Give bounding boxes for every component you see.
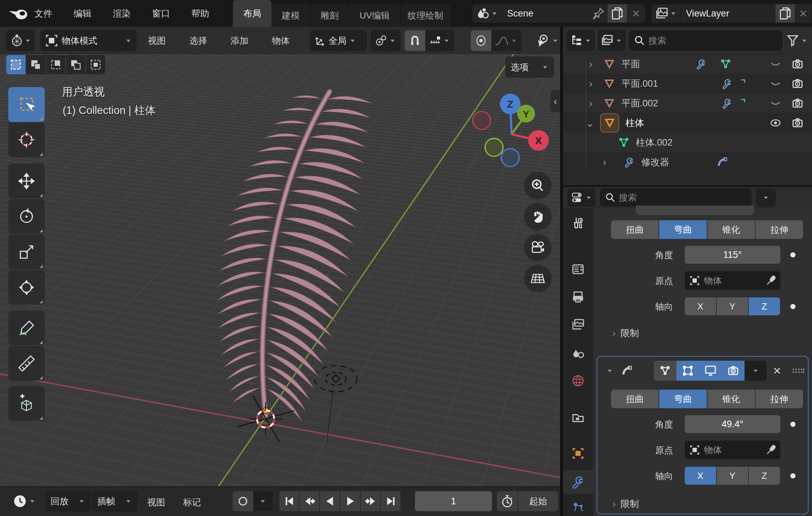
tool-move[interactable] xyxy=(8,164,45,198)
deform-tab-2[interactable]: 锥化 xyxy=(707,220,755,239)
keyframe-dot[interactable] xyxy=(790,422,795,427)
mode-selector[interactable]: 物体模式 ▼ xyxy=(41,30,136,51)
blender-logo-icon[interactable] xyxy=(8,6,30,21)
camera-view-button[interactable] xyxy=(524,234,552,261)
render-visibility-toggle[interactable] xyxy=(791,97,804,109)
outliner-row[interactable]: ›平面 xyxy=(563,54,812,74)
scene-name[interactable]: Scene xyxy=(502,8,593,19)
tab-physics[interactable] xyxy=(563,495,593,516)
pan-button[interactable] xyxy=(524,203,552,230)
outliner-row[interactable]: ›平面.002 xyxy=(563,93,812,113)
limits-expander[interactable]: ›限制 xyxy=(612,498,639,510)
new-viewlayer-button[interactable] xyxy=(776,4,795,23)
axis-y-button[interactable]: Y xyxy=(717,297,748,315)
proportional-edit-toggle[interactable] xyxy=(471,30,491,51)
tool-transform[interactable] xyxy=(8,270,45,305)
deform-tab-1[interactable]: 弯曲 xyxy=(659,390,707,408)
properties-options-button[interactable]: ▼ xyxy=(756,189,776,207)
select-mode-extend[interactable] xyxy=(26,55,45,74)
tool-select-box[interactable] xyxy=(8,87,45,122)
outliner-search[interactable]: 搜索 xyxy=(629,31,782,51)
keying-set-selector[interactable]: ▼ xyxy=(253,491,273,511)
origin-field[interactable]: 物体 xyxy=(685,271,780,290)
tool-cursor[interactable] xyxy=(8,123,45,157)
drag-handle-icon[interactable] xyxy=(792,368,804,375)
menu-object[interactable]: 物体 xyxy=(272,35,290,47)
menu-help[interactable]: 帮助 xyxy=(191,8,209,20)
tab-workspace-sculpt[interactable]: 雕刻 xyxy=(310,4,349,27)
menu-window[interactable]: 窗口 xyxy=(152,8,170,20)
timeline-editor-type-button[interactable]: ▼ xyxy=(10,491,39,511)
show-gizmo-icon[interactable] xyxy=(534,33,551,48)
next-keyframe-button[interactable] xyxy=(361,491,380,511)
playback-menu[interactable]: 回放▼ xyxy=(45,491,90,511)
transform-orientation[interactable]: 全局 ▼ xyxy=(310,30,367,51)
select-mode-subtract[interactable] xyxy=(46,55,65,74)
tab-collection[interactable] xyxy=(563,405,593,429)
deform-tab-0[interactable]: 扭曲 xyxy=(611,390,659,408)
tab-output[interactable] xyxy=(563,285,593,309)
delete-scene-button[interactable]: ✕ xyxy=(627,8,645,20)
eyedropper-icon[interactable] xyxy=(766,445,776,455)
viewlayer-type-button[interactable]: ▼ xyxy=(651,4,681,23)
menu-add[interactable]: 添加 xyxy=(231,35,248,47)
select-mode-intersect[interactable] xyxy=(86,55,105,74)
axis-z-button[interactable]: Z xyxy=(749,297,780,315)
snap-with-selector[interactable]: ▼ xyxy=(425,30,454,51)
editor-type-button[interactable]: ▼ xyxy=(6,30,34,51)
timeline-view-menu[interactable]: 视图 xyxy=(147,496,165,508)
axis-x-button[interactable]: X xyxy=(685,297,716,315)
hide-toggle[interactable] xyxy=(769,77,782,90)
outliner-filter-display-button[interactable]: ▼ xyxy=(598,30,626,51)
angle-field[interactable]: 49.4° xyxy=(685,415,780,433)
keyframe-dot[interactable] xyxy=(790,252,795,257)
angle-field[interactable]: 115° xyxy=(685,246,780,264)
prev-keyframe-button[interactable] xyxy=(300,491,319,511)
pin-icon[interactable] xyxy=(593,7,605,20)
tool-add-cube[interactable] xyxy=(8,386,45,421)
tab-world[interactable] xyxy=(563,369,593,393)
limits-expander[interactable]: ›限制 xyxy=(612,327,639,339)
outliner-item-label[interactable]: 平面 xyxy=(621,58,640,70)
viewport-options-button[interactable]: 选项 ▼ xyxy=(505,56,554,78)
outliner-item-label[interactable]: 平面.001 xyxy=(621,77,658,90)
zoom-button[interactable] xyxy=(524,172,552,199)
tab-view-layer[interactable] xyxy=(563,313,593,337)
outliner-filter-button[interactable]: ▼ xyxy=(786,34,808,48)
tab-workspace-modeling[interactable]: 建模 xyxy=(271,4,310,27)
properties-search[interactable]: 搜索 xyxy=(600,189,751,207)
timeline-marker-menu[interactable]: 标记 xyxy=(183,496,201,508)
deform-tab-3[interactable]: 拉伸 xyxy=(756,390,803,408)
outliner-item-label[interactable]: 修改器 xyxy=(641,156,669,168)
modifier-toggle-editmode[interactable] xyxy=(676,361,699,381)
outliner-row[interactable]: 柱体.002 xyxy=(563,133,812,152)
render-visibility-toggle[interactable] xyxy=(791,77,804,90)
properties-editor-type-button[interactable]: ▼ xyxy=(568,189,595,207)
tab-modifiers[interactable] xyxy=(563,470,593,494)
play-button[interactable] xyxy=(340,491,360,511)
outliner-item-label[interactable]: 柱体 xyxy=(626,117,644,129)
tab-scene[interactable] xyxy=(563,342,593,366)
menu-select[interactable]: 选择 xyxy=(189,35,207,47)
deform-tab-0[interactable]: 扭曲 xyxy=(611,220,659,239)
tool-measure[interactable] xyxy=(8,346,45,381)
axis-x-button[interactable]: X xyxy=(685,467,716,485)
start-frame-button[interactable]: 起始 xyxy=(497,491,558,511)
pivot-point-selector[interactable]: ▼ xyxy=(371,30,400,51)
hide-toggle[interactable] xyxy=(769,97,782,109)
select-mode-new[interactable] xyxy=(6,55,25,74)
render-visibility-toggle[interactable] xyxy=(791,58,804,70)
tool-scale[interactable] xyxy=(8,234,45,269)
deform-tab-3[interactable]: 拉伸 xyxy=(756,220,803,239)
modifier-toggle-mesh[interactable] xyxy=(654,361,676,381)
eyedropper-icon[interactable] xyxy=(766,275,776,286)
delete-viewlayer-button[interactable]: ✕ xyxy=(795,8,812,20)
frame-field[interactable]: 1 xyxy=(415,491,492,511)
keyframe-dot[interactable] xyxy=(790,473,795,478)
modifier-delete-button[interactable]: ✕ xyxy=(773,365,781,377)
tab-render[interactable] xyxy=(563,256,593,281)
tab-object[interactable] xyxy=(563,441,593,465)
outliner-row[interactable]: ›修改器 xyxy=(563,152,812,172)
deform-tab-2[interactable]: 锥化 xyxy=(707,390,755,408)
modifier-extras-menu[interactable]: ▼ xyxy=(745,361,767,381)
